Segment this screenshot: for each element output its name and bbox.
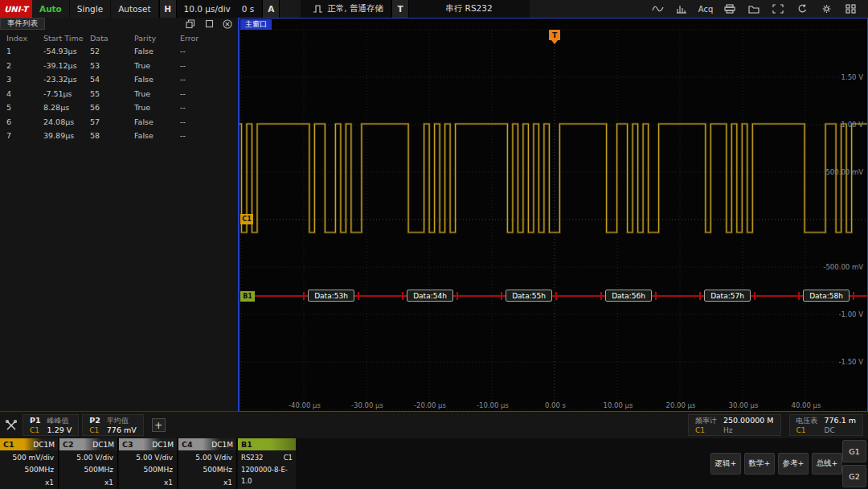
- voltmeter-unit: DC: [825, 425, 856, 435]
- trigger-edge-icon: [308, 2, 327, 16]
- cell: 55: [90, 89, 134, 98]
- maximize-icon[interactable]: [203, 18, 215, 29]
- measurement-value: 1.29 V: [47, 425, 72, 435]
- table-row[interactable]: 739.89μs58False--: [0, 129, 238, 142]
- cell: 6: [0, 117, 43, 126]
- voltage-scale-label: -1.50 V: [807, 358, 863, 366]
- table-row[interactable]: 2-39.12μs53True--: [0, 59, 238, 72]
- autoset-button[interactable]: Autoset: [111, 0, 158, 18]
- voltage-scale-label: -500.00 mV: [807, 263, 863, 271]
- table-row[interactable]: 1-54.93μs52False--: [0, 44, 238, 58]
- channel-probe: x1: [0, 475, 58, 488]
- channel-probe: x1: [178, 475, 236, 488]
- rotate-icon[interactable]: [792, 2, 812, 16]
- time-scale-label: 10.00 μs: [594, 401, 642, 409]
- top-toolbar: UNI-T Auto Single Autoset H 10.0 μs/div …: [0, 0, 868, 18]
- channel-c1[interactable]: C1DC1M 500 mV/div 500MHz x1: [0, 438, 59, 489]
- measure-tools-icon[interactable]: [0, 412, 23, 438]
- run-state-indicator[interactable]: Auto: [32, 0, 70, 18]
- cell: --: [180, 47, 216, 55]
- g1-button[interactable]: G1: [842, 440, 866, 462]
- cell: 58: [90, 131, 134, 140]
- cell: -39.12μs: [43, 61, 90, 70]
- folder-icon[interactable]: [744, 2, 764, 16]
- main-waveform-window[interactable]: 主窗口 T C1 B1 Data:53h Data:54h Data:55h D…: [239, 18, 868, 412]
- bus-decode-value: Data:58h: [803, 290, 850, 302]
- cell: True: [134, 61, 180, 70]
- trigger-position-marker[interactable]: T: [549, 30, 560, 40]
- time-scale-label: -10.00 μs: [469, 401, 517, 409]
- bus1-marker[interactable]: B1: [240, 291, 255, 302]
- export-copy-icon[interactable]: [185, 18, 196, 29]
- acq-button[interactable]: Acq: [696, 2, 715, 16]
- cell: 54: [90, 75, 134, 84]
- measurement-source: C1: [89, 425, 100, 435]
- logic-add-button[interactable]: 逻辑+: [710, 453, 741, 475]
- main-window-tab[interactable]: 主窗口: [240, 19, 272, 30]
- time-scale-label: 30.00 μs: [719, 401, 768, 409]
- freq-counter-source: C1: [695, 425, 717, 435]
- trigger-status[interactable]: 正常, 普通存储: [301, 0, 391, 18]
- bus-channel-b1[interactable]: B1 RS232C1 1200000-8-E-1.0 LSB: [238, 438, 296, 489]
- col-parity: Parity: [134, 34, 180, 43]
- freq-counter-unit: Hz: [723, 425, 774, 435]
- measurement-value: 776 mV: [107, 425, 137, 435]
- event-list-tab[interactable]: 事件列表: [0, 18, 45, 30]
- cell: --: [180, 89, 216, 98]
- channel-coupling: DC1M: [211, 441, 233, 449]
- cell: 5: [0, 103, 43, 112]
- g2-button[interactable]: G2: [842, 465, 866, 487]
- measurement-type: 平均值: [107, 416, 137, 425]
- toolbar-gap: [280, 0, 301, 18]
- voltmeter-label: 电压表: [796, 416, 818, 425]
- channel-bandwidth: 500MHz: [0, 463, 58, 476]
- channel-id: C3: [122, 440, 133, 449]
- printer-icon[interactable]: [720, 2, 739, 16]
- cell: False: [134, 47, 180, 55]
- close-icon[interactable]: [222, 18, 233, 29]
- reference-add-button[interactable]: 参考+: [778, 453, 809, 475]
- horizontal-key[interactable]: H: [159, 0, 177, 18]
- table-row[interactable]: 3-23.32μs54False--: [0, 72, 238, 86]
- col-index: Index: [0, 34, 43, 43]
- table-row[interactable]: 4-7.51μs55True--: [0, 87, 238, 101]
- channel1-ground-marker[interactable]: C1: [240, 214, 253, 224]
- toolbar-spacer: [530, 0, 640, 18]
- channel-c2[interactable]: C2DC1M 5.00 V/div 500MHz x1: [59, 438, 118, 489]
- cell: True: [134, 89, 180, 98]
- spectrum-icon[interactable]: [672, 2, 691, 16]
- waveform-gen-icon[interactable]: [648, 2, 667, 16]
- cell: 52: [90, 47, 134, 55]
- timebase-readout[interactable]: 10.0 μs/div 0 s: [177, 0, 263, 18]
- channel-coupling: DC1M: [33, 441, 55, 449]
- channel-scale: 5.00 V/div: [178, 450, 236, 463]
- channel-id: C4: [182, 440, 193, 449]
- math-add-button[interactable]: 数学+: [744, 453, 775, 475]
- serial-status[interactable]: 串行 RS232: [409, 0, 530, 18]
- trigger-key[interactable]: T: [391, 0, 409, 18]
- bus-decode-value: Data:55h: [506, 290, 552, 302]
- apps-grid-icon[interactable]: [841, 2, 860, 16]
- frequency-counter: 频率计 C1 250.00000 M Hz: [688, 414, 781, 436]
- settings-gear-icon[interactable]: [817, 2, 836, 16]
- table-row[interactable]: 624.08μs57False--: [0, 115, 238, 129]
- freq-counter-label: 频率计: [695, 416, 717, 425]
- channel-scale: 5.00 V/div: [59, 450, 117, 463]
- channel-c3[interactable]: C3DC1M 5.00 V/div 500MHz x1: [119, 438, 178, 489]
- channel-bar: C1DC1M 500 mV/div 500MHz x1 C2DC1M 5.00 …: [0, 438, 868, 489]
- channel-coupling: DC1M: [92, 441, 114, 449]
- measurement-source: C1: [30, 425, 41, 435]
- bus-add-button[interactable]: 总线+: [812, 453, 842, 475]
- screenshot-icon[interactable]: [768, 2, 788, 16]
- channel-c4[interactable]: C4DC1M 5.00 V/div 500MHz x1: [178, 438, 237, 489]
- measurement-p2[interactable]: P2 C1 平均值 776 mV: [82, 414, 143, 436]
- cell: False: [134, 131, 180, 140]
- single-button[interactable]: Single: [70, 0, 111, 18]
- acquire-key[interactable]: A: [262, 0, 280, 18]
- measurement-p1[interactable]: P1 C1 峰峰值 1.29 V: [23, 414, 79, 436]
- event-table-header: Index Start Time Data Parity Error: [0, 31, 238, 44]
- add-measurement-button[interactable]: +: [152, 418, 166, 432]
- bus-id: B1: [241, 440, 252, 449]
- table-row[interactable]: 58.28μs56True--: [0, 101, 238, 114]
- voltage-scale-label: 1.50 V: [807, 73, 863, 81]
